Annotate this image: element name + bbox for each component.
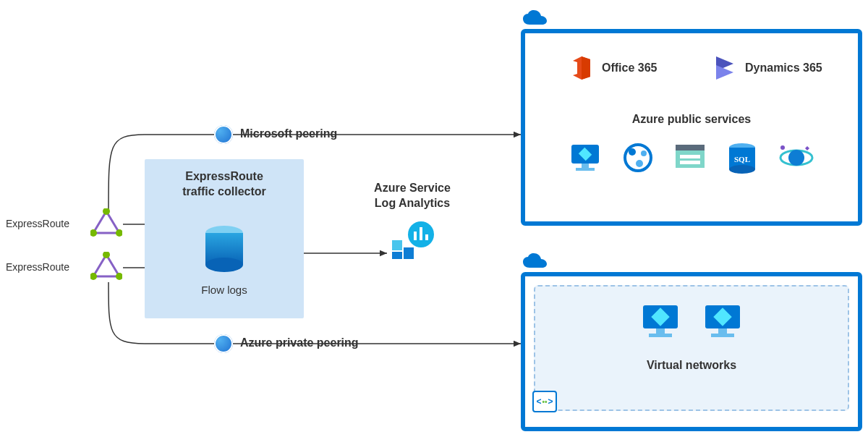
virtual-networks-cloud: < •• > Virtual networks (521, 272, 862, 431)
svg-rect-29 (680, 155, 700, 158)
cosmos-db-icon (778, 142, 814, 174)
log-analytics-icon (391, 218, 434, 259)
cloud-icon (521, 253, 550, 272)
virtual-machine-icon (640, 302, 681, 340)
svg-point-24 (629, 148, 636, 156)
vnet-badge-icon: < •• > (532, 391, 557, 412)
azure-private-peering-label: Azure private peering (240, 336, 359, 349)
expressroute-icon-2 (90, 252, 122, 281)
expressroute-circuit-1: ExpressRoute (6, 217, 69, 230)
expressroute-label-1: ExpressRoute (6, 218, 69, 229)
log-analytics-block: Azure Service Log Analytics (354, 181, 470, 262)
flow-logs-barrel-icon (203, 224, 246, 276)
web-app-icon (622, 142, 654, 174)
log-analytics-title-1: Azure Service (374, 182, 451, 194)
collector-title-line1: ExpressRoute (185, 170, 263, 182)
public-services-cloud: Office 365 Dynamics 365 Azure public ser… (521, 29, 862, 226)
dynamics365-icon (713, 55, 738, 81)
office365-icon (569, 55, 595, 81)
sql-database-icon: SQL (726, 142, 758, 177)
dynamics365-block: Dynamics 365 (713, 55, 822, 81)
svg-point-23 (625, 145, 651, 171)
log-analytics-title-2: Log Analytics (375, 197, 450, 209)
service-icon-row: SQL (525, 142, 858, 177)
svg-rect-16 (414, 232, 417, 240)
expressroute-label-2: ExpressRoute (6, 261, 69, 273)
traffic-collector-box: ExpressRoute traffic collector Flow logs (145, 159, 304, 318)
dynamics365-label: Dynamics 365 (745, 61, 822, 75)
expressroute-icon-1 (90, 208, 122, 237)
svg-rect-30 (680, 161, 700, 164)
svg-rect-13 (392, 252, 402, 259)
svg-rect-27 (676, 145, 705, 150)
microsoft-peering-label: Microsoft peering (240, 127, 337, 140)
svg-rect-17 (420, 227, 422, 240)
azure-public-services-heading: Azure public services (525, 113, 858, 126)
svg-rect-28 (676, 150, 705, 168)
office365-block: Office 365 (569, 55, 657, 81)
svg-point-33 (729, 165, 755, 174)
svg-point-26 (636, 160, 643, 167)
svg-rect-44 (711, 334, 734, 337)
virtual-networks-heading: Virtual networks (535, 359, 848, 372)
svg-point-37 (780, 145, 785, 150)
svg-point-10 (205, 258, 243, 272)
virtual-machine-icon (702, 302, 743, 340)
svg-point-36 (788, 150, 804, 166)
globe-icon (214, 334, 233, 353)
office365-label: Office 365 (602, 61, 657, 75)
virtual-machine-icon (569, 142, 602, 174)
svg-rect-20 (582, 164, 589, 168)
storage-icon (674, 142, 706, 171)
svg-point-25 (641, 150, 647, 156)
svg-rect-39 (656, 328, 665, 334)
globe-icon (214, 125, 233, 144)
svg-rect-18 (425, 234, 428, 240)
svg-rect-21 (576, 168, 595, 171)
collector-title-line2: traffic collector (182, 185, 266, 198)
svg-rect-14 (404, 247, 414, 259)
svg-text:SQL: SQL (734, 155, 750, 164)
svg-rect-12 (392, 240, 402, 250)
svg-rect-43 (718, 328, 727, 334)
flow-logs-label: Flow logs (201, 284, 247, 296)
expressroute-circuit-2: ExpressRoute (6, 260, 69, 273)
cloud-icon (521, 10, 550, 29)
svg-rect-40 (649, 334, 672, 337)
